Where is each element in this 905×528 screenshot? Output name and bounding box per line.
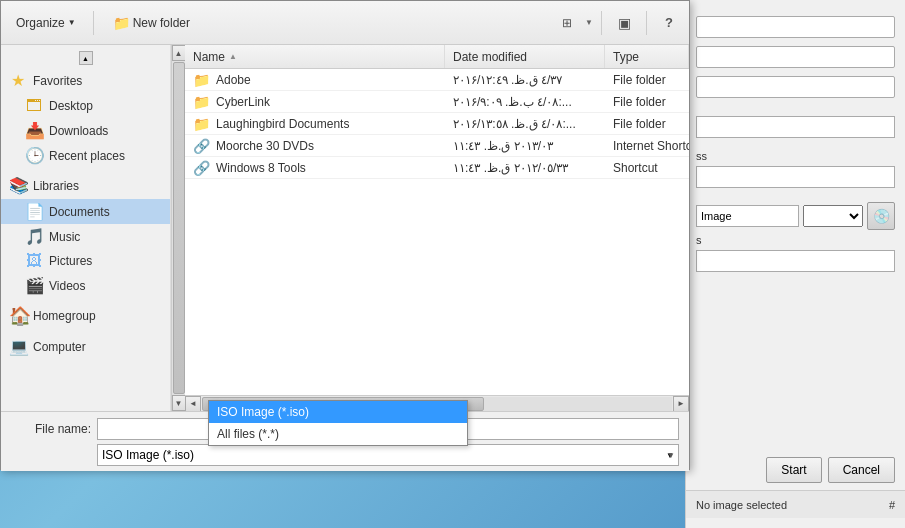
file-type: Shortcut (605, 157, 689, 178)
file-name: Moorche 30 DVDs (216, 139, 314, 153)
folder-icon: 📁 (193, 72, 210, 88)
rp-ss-label: ss (696, 150, 895, 162)
rp-input1[interactable] (696, 116, 895, 138)
col-header-type[interactable]: Type (605, 45, 689, 68)
new-folder-label: New folder (133, 16, 190, 30)
toolbar-sep (93, 11, 94, 35)
h-scroll-right-btn[interactable]: ► (673, 396, 689, 412)
sidebar-homegroup-section: 🏠 Homegroup (1, 302, 170, 330)
all-option-label: All files (*.*) (217, 427, 279, 441)
help-button[interactable]: ? (655, 10, 683, 36)
shortcut-icon: 🔗 (193, 160, 210, 176)
sidebar: ▲ ★ Favorites 🗔 Desktop 📥 Downloads 🕒 R (1, 45, 171, 411)
file-date: ٢٠١۶/٤/٠٨ ب.ظ. ٩:٠٩:... (445, 91, 605, 112)
file-icon-cell: 🔗 Windows 8 Tools (185, 157, 445, 178)
sidebar-favorites[interactable]: ★ Favorites (1, 67, 170, 94)
rp-row3 (696, 76, 895, 98)
sidebar-item-pictures[interactable]: 🖼 Pictures (1, 249, 170, 273)
sidebar-scroll-up[interactable]: ▲ (1, 51, 170, 65)
music-icon: 🎵 (25, 227, 43, 246)
table-row[interactable]: 📁 Adobe ٢٠١۶/٤/٣٧ ق.ظ. ١٢:٤٩ File folder (185, 69, 689, 91)
filetype-select-wrapper: ISO Image (*.iso) ▼ (97, 444, 679, 466)
cancel-button[interactable]: Cancel (828, 457, 895, 483)
documents-label: Documents (49, 205, 110, 219)
sidebar-item-recent[interactable]: 🕒 Recent places (1, 143, 170, 168)
favorites-label: Favorites (33, 74, 82, 88)
rp-icon-btn[interactable]: 💿 (867, 202, 895, 230)
iso-option-label: ISO Image (*.iso) (217, 405, 309, 419)
new-folder-icon: 📁 (113, 15, 130, 31)
rp-s-label: s (696, 234, 895, 246)
no-image-label: No image selected (696, 499, 787, 511)
recent-folder-icon: 🕒 (25, 146, 43, 165)
organize-label: Organize (16, 16, 65, 30)
sidebar-scroll-thumb[interactable] (173, 62, 185, 394)
file-date: ٢٠١۶/٤/٠٨ ق.ظ. ١٣:٥٨:... (445, 113, 605, 134)
computer-icon: 💻 (9, 337, 27, 356)
table-row[interactable]: 📁 Laughingbird Documents ٢٠١۶/٤/٠٨ ق.ظ. … (185, 113, 689, 135)
sidebar-item-desktop[interactable]: 🗔 Desktop (1, 94, 170, 118)
sidebar-item-documents[interactable]: 📄 Documents (1, 199, 170, 224)
col-type-label: Type (613, 50, 639, 64)
file-icon-cell: 📁 CyberLink (185, 91, 445, 112)
file-name: Laughingbird Documents (216, 117, 349, 131)
sidebar-item-computer[interactable]: 💻 Computer (1, 334, 170, 359)
rp-image-row: Image 💿 (696, 202, 895, 230)
file-icon-cell: 🔗 Moorche 30 DVDs (185, 135, 445, 156)
libraries-label: Libraries (33, 179, 79, 193)
sidebar-item-videos[interactable]: 🎬 Videos (1, 273, 170, 298)
col-header-date[interactable]: Date modified (445, 45, 605, 68)
new-folder-button[interactable]: 📁 New folder (102, 9, 201, 37)
documents-icon: 📄 (25, 202, 43, 221)
table-row[interactable]: 📁 CyberLink ٢٠١۶/٤/٠٨ ب.ظ. ٩:٠٩:... File… (185, 91, 689, 113)
sidebar-scrollbar: ▲ ▼ (171, 45, 185, 411)
sort-arrow-icon: ▲ (229, 52, 237, 61)
sidebar-item-downloads[interactable]: 📥 Downloads (1, 118, 170, 143)
dropdown-option-all[interactable]: All files (*.*) (209, 423, 467, 445)
rp-row2 (696, 46, 895, 68)
preview-button[interactable]: ▣ (610, 10, 638, 36)
file-name: Windows 8 Tools (216, 161, 306, 175)
downloads-folder-icon: 📥 (25, 121, 43, 140)
desktop-label: Desktop (49, 99, 93, 113)
col-name-label: Name (193, 50, 225, 64)
favorites-star-icon: ★ (9, 71, 27, 90)
file-name: Adobe (216, 73, 251, 87)
dropdown-arrow-icon: ▼ (666, 451, 674, 460)
rp-image-combo[interactable]: Image (696, 205, 799, 227)
filetype-row: ISO Image (*.iso) ▼ (11, 444, 679, 466)
dropdown-option-iso[interactable]: ISO Image (*.iso) (209, 401, 467, 423)
sidebar-scroll-up-btn[interactable]: ▲ (172, 45, 186, 61)
col-header-name[interactable]: Name ▲ (185, 45, 445, 68)
table-row[interactable]: 🔗 Moorche 30 DVDs ٢٠١٣/٠٣ ق.ظ. ١١:٤٣ Int… (185, 135, 689, 157)
table-row[interactable]: 🔗 Windows 8 Tools ٢٠١٢/٠٥/٣٣ ق.ظ. ١١:٤٣ … (185, 157, 689, 179)
sidebar-item-music[interactable]: 🎵 Music (1, 224, 170, 249)
rp-combo-select[interactable] (803, 205, 863, 227)
col-date-label: Date modified (453, 50, 527, 64)
organize-button[interactable]: Organize ▼ (7, 9, 85, 37)
folder-icon: 📁 (193, 116, 210, 132)
desktop-folder-icon: 🗔 (25, 97, 43, 115)
rp-row1 (696, 16, 895, 38)
libraries-icon: 📚 (9, 176, 27, 195)
shortcut-icon: 🔗 (193, 138, 210, 154)
sidebar-item-homegroup[interactable]: 🏠 Homegroup (1, 302, 170, 330)
file-list: 📁 Adobe ٢٠١۶/٤/٣٧ ق.ظ. ١٢:٤٩ File folder… (185, 69, 689, 395)
rp-bottom-status: No image selected # (686, 490, 905, 518)
rp-row4 (696, 166, 895, 188)
view-toggle-button[interactable]: ⊞ (553, 10, 581, 36)
homegroup-icon: 🏠 (9, 305, 27, 327)
sidebar-favorites-section: ★ Favorites 🗔 Desktop 📥 Downloads 🕒 Rece… (1, 67, 170, 168)
file-type: File folder (605, 113, 689, 134)
start-button[interactable]: Start (766, 457, 821, 483)
hash-label: # (889, 499, 895, 511)
organize-arrow-icon: ▼ (68, 18, 76, 27)
sidebar-libraries[interactable]: 📚 Libraries (1, 172, 170, 199)
file-type: File folder (605, 91, 689, 112)
file-date: ٢٠١٣/٠٣ ق.ظ. ١١:٤٣ (445, 135, 605, 156)
h-scroll-left-btn[interactable]: ◄ (185, 396, 201, 412)
sidebar-scroll-down-btn[interactable]: ▼ (172, 395, 186, 411)
filetype-display[interactable]: ISO Image (*.iso) ▼ (97, 444, 679, 466)
file-icon-cell: 📁 Laughingbird Documents (185, 113, 445, 134)
computer-label: Computer (33, 340, 86, 354)
